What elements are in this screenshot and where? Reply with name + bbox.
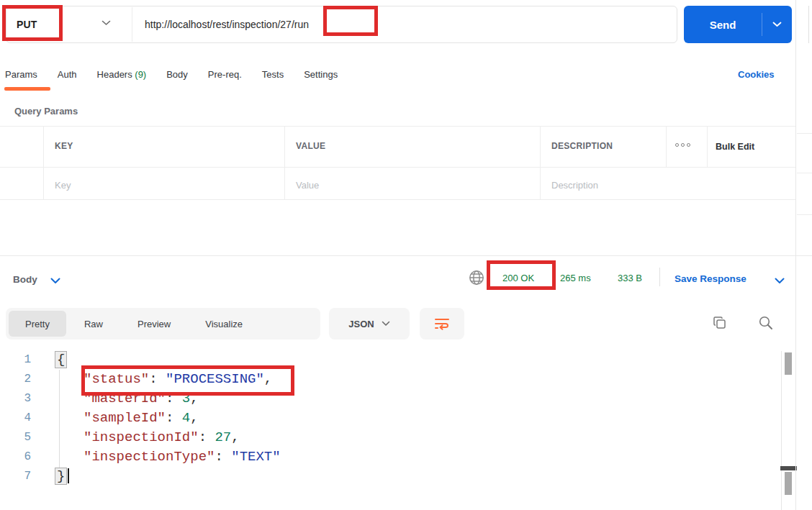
response-body-dropdown-label[interactable]: Body xyxy=(13,274,37,285)
code-scrollbar-thumb[interactable] xyxy=(785,352,792,375)
method-selector[interactable]: PUT xyxy=(17,6,37,42)
save-response-button[interactable]: Save Response xyxy=(675,273,746,284)
send-button[interactable]: Send xyxy=(684,6,792,43)
divider xyxy=(666,126,667,167)
view-preview-button[interactable]: Preview xyxy=(121,311,187,337)
code-content: { xyxy=(37,350,67,370)
divider xyxy=(797,214,812,215)
divider xyxy=(797,173,812,173)
divider xyxy=(132,7,132,42)
line-number: 6 xyxy=(0,447,37,467)
view-raw-button[interactable]: Raw xyxy=(68,311,119,337)
format-dropdown[interactable]: JSON xyxy=(329,308,410,340)
line-number: 5 xyxy=(0,428,37,447)
url-input[interactable]: http://localhost/rest/inspection/27/run xyxy=(145,6,309,42)
postman-request-window: PUT http://localhost/rest/inspection/27/… xyxy=(0,0,812,510)
response-time: 265 ms xyxy=(560,273,591,283)
response-size: 333 B xyxy=(618,273,642,283)
code-line: 3 "masterId": 3, xyxy=(0,389,780,409)
code-line: 4 "sampleId": 4, xyxy=(0,409,780,428)
tab-pre-request[interactable]: Pre-req. xyxy=(208,69,242,80)
column-header-key: KEY xyxy=(55,141,73,151)
line-number: 1 xyxy=(0,350,37,370)
code-line: 5 "inspectionId": 27, xyxy=(0,428,780,447)
method-value: PUT xyxy=(17,19,37,30)
line-number: 2 xyxy=(0,370,37,389)
tab-settings[interactable]: Settings xyxy=(304,69,338,80)
search-icon[interactable] xyxy=(758,315,774,331)
view-pretty-button[interactable]: Pretty xyxy=(9,311,66,337)
chevron-down-icon xyxy=(382,321,390,327)
divider xyxy=(43,126,44,199)
tab-headers-label: Headers xyxy=(97,69,132,80)
chevron-down-icon[interactable] xyxy=(50,278,60,284)
panel-border xyxy=(795,0,796,510)
indent-guide xyxy=(59,370,60,468)
tab-tests[interactable]: Tests xyxy=(262,69,284,80)
column-header-value: VALUE xyxy=(296,141,325,151)
line-number: 7 xyxy=(0,467,37,486)
tab-auth[interactable]: Auth xyxy=(58,69,77,80)
response-view-switcher: Pretty Raw Preview Visualize xyxy=(6,308,320,340)
chevron-down-icon[interactable] xyxy=(775,278,785,284)
more-actions-icon[interactable] xyxy=(675,143,690,147)
response-body-editor[interactable]: 1 { 2 "status": "PROCESSING", 3 "masterI… xyxy=(0,350,780,486)
divider xyxy=(0,126,795,127)
network-globe-icon xyxy=(469,270,484,286)
code-line: 6 "inspectionType": "TEXT" xyxy=(0,447,780,467)
chevron-down-icon[interactable] xyxy=(102,20,111,26)
code-line: 7 } xyxy=(0,467,780,486)
divider xyxy=(0,167,795,168)
divider xyxy=(707,126,708,167)
code-content: "masterId": 3, xyxy=(37,389,199,409)
divider xyxy=(797,133,812,134)
divider xyxy=(659,268,660,286)
divider xyxy=(0,255,812,256)
response-status-badge: 200 OK xyxy=(502,273,534,283)
headers-count-badge: (9) xyxy=(135,69,146,80)
value-input-placeholder[interactable]: Value xyxy=(296,180,319,191)
wrap-lines-button[interactable] xyxy=(420,308,464,340)
code-scrollbar-thumb[interactable] xyxy=(785,472,792,495)
request-tabs: Params Auth Headers (9) Body Pre-req. Te… xyxy=(5,63,338,85)
code-line: 2 "status": "PROCESSING", xyxy=(0,370,780,389)
bulk-edit-button[interactable]: Bulk Edit xyxy=(716,142,754,152)
send-options-chevron-icon[interactable] xyxy=(762,6,792,43)
query-params-heading: Query Params xyxy=(14,106,78,117)
code-content: "inspectionId": 27, xyxy=(37,428,240,447)
line-number: 4 xyxy=(0,409,37,428)
tab-body[interactable]: Body xyxy=(166,69,188,80)
tab-headers[interactable]: Headers (9) xyxy=(97,69,147,80)
code-scrollbar-track[interactable] xyxy=(781,351,782,510)
request-url-bar: PUT http://localhost/rest/inspection/27/… xyxy=(6,6,677,43)
code-content: } xyxy=(37,467,69,486)
divider xyxy=(0,199,795,200)
code-line: 1 { xyxy=(0,350,780,370)
copy-response-icon[interactable] xyxy=(713,316,727,330)
view-visualize-button[interactable]: Visualize xyxy=(189,311,259,337)
key-input-placeholder[interactable]: Key xyxy=(55,180,71,191)
code-content: "sampleId": 4, xyxy=(37,409,199,428)
column-header-description: DESCRIPTION xyxy=(551,141,613,151)
divider xyxy=(284,126,285,199)
cookies-link[interactable]: Cookies xyxy=(738,63,775,85)
divider xyxy=(540,126,541,199)
format-dropdown-value: JSON xyxy=(348,319,374,329)
code-content: "inspectionType": "TEXT" xyxy=(37,447,281,467)
code-content: "status": "PROCESSING", xyxy=(37,370,272,389)
description-input-placeholder[interactable]: Description xyxy=(551,180,598,191)
code-scrollbar-mark xyxy=(780,466,797,470)
active-tab-indicator xyxy=(4,87,50,91)
send-button-label: Send xyxy=(684,6,762,43)
line-number: 3 xyxy=(0,389,37,409)
wrap-lines-icon xyxy=(433,317,451,331)
tab-params[interactable]: Params xyxy=(5,69,37,80)
divider xyxy=(808,6,809,43)
text-cursor xyxy=(68,468,69,483)
